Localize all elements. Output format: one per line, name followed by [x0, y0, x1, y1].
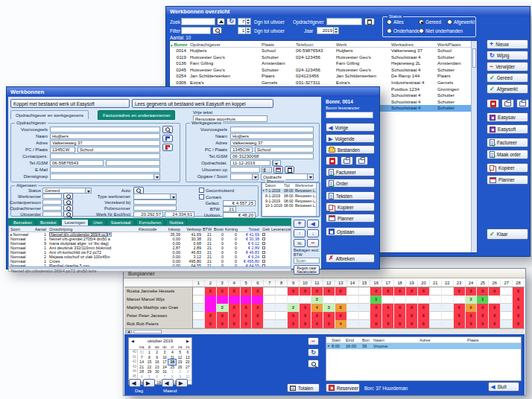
dienstgroep-dropdown[interactable] — [50, 173, 160, 180]
planner-cell[interactable]: 8 — [288, 320, 300, 328]
planner-cell[interactable]: 8 — [489, 320, 501, 328]
checkbox-icon[interactable] — [262, 237, 265, 240]
scroll-left-icon[interactable]: ◀ — [125, 330, 132, 333]
calendar-day[interactable]: 18 — [168, 360, 176, 365]
zoek-clear-button[interactable] — [217, 18, 225, 25]
dgn2-spinner[interactable]: 1 — [238, 27, 251, 34]
checkbox-icon[interactable] — [262, 264, 265, 267]
dag-volgende-button[interactable]: ▶ — [143, 379, 155, 387]
planner-cell[interactable] — [501, 296, 513, 304]
omschrijving-editor[interactable]: Nemef d/n cilinderslot 369/4 pc — [49, 232, 107, 237]
checkbox-icon[interactable] — [262, 233, 265, 236]
tab-opdrachtgever[interactable]: Opdrachtgever en werkgegevens — [10, 110, 89, 119]
calendar-day[interactable]: 24 — [161, 365, 168, 370]
planner-cell[interactable] — [359, 312, 371, 320]
planner-cell[interactable]: 8 — [311, 287, 323, 296]
calendar-day[interactable]: 30 — [153, 369, 161, 374]
planner-cell[interactable]: 8 — [477, 320, 489, 328]
planner-cell[interactable]: 8 — [513, 320, 525, 328]
planning-scrollbar[interactable] — [316, 183, 319, 216]
opgave-dropdown[interactable] — [230, 173, 259, 180]
planner-cell[interactable]: 1 — [477, 296, 489, 304]
calendar-day[interactable]: 29 — [145, 369, 153, 374]
planner-cell[interactable] — [276, 312, 288, 320]
calendar-day[interactable]: 21 — [138, 365, 145, 370]
print-button[interactable] — [501, 99, 514, 108]
planner-cell[interactable]: 2 — [466, 296, 478, 304]
planner-employee-name[interactable]: Marcel Marcel Wijs — [124, 296, 193, 304]
naam-input[interactable] — [50, 133, 160, 139]
planner-cell[interactable]: 8 — [406, 304, 418, 312]
planner-cell[interactable] — [193, 304, 205, 312]
planner-cell[interactable] — [276, 304, 288, 312]
contant-checkbox[interactable]: Contant — [199, 194, 221, 200]
refresh-button[interactable]: ↻ — [227, 18, 236, 25]
calendar-day[interactable]: 12 — [176, 355, 183, 360]
planner-cell[interactable]: 8 — [335, 287, 347, 296]
calendar-day[interactable]: 1 — [145, 350, 153, 355]
planner-cell[interactable] — [347, 296, 359, 304]
planner-cell[interactable]: 8 — [513, 312, 525, 320]
planning-row[interactable]: ▸7-1-201908:00Retuween L. — [262, 188, 319, 194]
planner-cell[interactable] — [276, 287, 288, 296]
planner-cell[interactable]: 8 — [323, 312, 335, 320]
regel-omlaag-button[interactable]: ↓ — [307, 229, 319, 237]
planner-cell[interactable]: 8 — [229, 312, 241, 320]
uitvoeren-op-input[interactable] — [230, 167, 260, 173]
verwijder-button[interactable]: −Verwijder — [487, 62, 528, 71]
column-header-werkplaats[interactable]: WerkPlaats — [435, 41, 472, 47]
planner-cell[interactable]: 8 — [311, 312, 323, 320]
kopieer-button[interactable]: Kopieer — [487, 163, 528, 173]
planner-cell[interactable] — [347, 287, 359, 296]
w-postcode-input[interactable] — [230, 147, 253, 153]
status-radio-4[interactable]: Onderhanden — [387, 28, 422, 33]
calendar-day[interactable]: 11 — [168, 355, 176, 360]
email-input[interactable] — [50, 167, 160, 173]
planner-cell[interactable] — [442, 304, 454, 312]
planner-cell[interactable]: 8 — [418, 312, 430, 320]
planner-cell[interactable] — [193, 312, 205, 320]
opdrachtgever-filter-input[interactable] — [326, 18, 362, 25]
regel-verwijderen-button[interactable]: − — [307, 239, 319, 247]
planner-cell[interactable] — [359, 287, 371, 296]
planner-employee-name[interactable]: Matthijs Matthijs van Gras — [124, 304, 193, 312]
planner-cell[interactable]: 8 — [229, 287, 241, 296]
uitvoerder-input[interactable] — [42, 211, 62, 217]
maand-vorige-button[interactable]: ◀ — [162, 379, 174, 387]
tab-factuuradres[interactable]: Factuuradres en onderaannemer — [98, 110, 175, 120]
planner-cell[interactable]: 8 — [252, 312, 264, 320]
easysav-button[interactable]: Easysav — [487, 112, 528, 122]
column-header-telefoon[interactable]: Telefoon — [294, 41, 334, 47]
planner-cell[interactable] — [205, 296, 217, 304]
planner-cell[interactable]: 8 — [454, 320, 466, 328]
next-month-icon[interactable]: ▶ — [184, 338, 191, 345]
verwijder-planning-button[interactable]: − — [308, 337, 319, 345]
planner-cell[interactable] — [442, 287, 454, 296]
dag-vorige-button[interactable]: ◀ — [129, 379, 141, 387]
planner-employee-name[interactable]: Rob Rob Peters — [124, 320, 193, 328]
teksten-button[interactable]: Teksten — [326, 191, 375, 200]
status-radio-1[interactable]: Alles — [387, 19, 404, 25]
spinner-arrows[interactable] — [262, 167, 271, 172]
calendar-day[interactable]: 3 — [184, 369, 191, 374]
checkbox-icon[interactable] — [262, 246, 265, 249]
telefoon-input[interactable] — [50, 160, 104, 166]
planner-cell[interactable] — [193, 296, 205, 304]
planner-cell[interactable]: 8 — [513, 304, 525, 312]
column-header-plaats[interactable]: Plaats — [259, 41, 294, 47]
filter-input[interactable] — [181, 27, 211, 34]
kalender-button[interactable] — [273, 166, 283, 173]
planner-cell[interactable]: 8 — [300, 304, 311, 312]
planner-cell[interactable]: 8 — [252, 320, 264, 328]
contactpers-input[interactable] — [50, 153, 160, 159]
sluit-button[interactable]: ◀Sluit — [488, 382, 519, 392]
planner-cell[interactable] — [193, 287, 205, 296]
planner-button[interactable]: Planner — [487, 175, 528, 185]
planner-cell[interactable] — [252, 296, 264, 304]
planner-cell[interactable]: 8 — [252, 287, 264, 296]
verzekerd-input[interactable] — [133, 200, 177, 205]
planner-cell[interactable]: 8 — [382, 312, 394, 320]
planner-cell[interactable]: 8 — [382, 287, 394, 296]
calendar-day[interactable]: 3 — [161, 350, 168, 355]
zoek-opdrachtgever-button[interactable] — [162, 126, 173, 133]
